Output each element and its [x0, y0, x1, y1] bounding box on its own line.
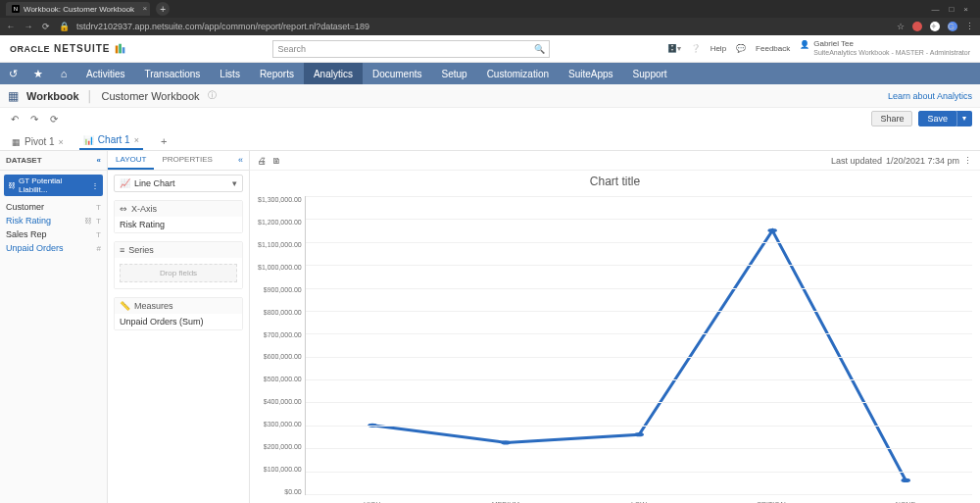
dataset-field-customer[interactable]: Customer T [0, 200, 107, 214]
redo-icon[interactable]: ↷ [27, 114, 41, 125]
save-dropdown-icon[interactable]: ▾ [956, 111, 972, 126]
measures-field-chip[interactable]: Unpaid Orders (Sum) [115, 314, 242, 329]
search-icon[interactable]: 🔍 [534, 44, 545, 54]
feedback-label[interactable]: Feedback [756, 44, 790, 53]
xaxis-section: ⇔ X-Axis Risk Rating [114, 200, 243, 233]
feedback-icon[interactable]: 💬 [736, 44, 746, 53]
measures-icon: 📏 [120, 301, 130, 311]
data-point[interactable] [767, 228, 777, 232]
window-close-icon[interactable]: × [963, 5, 968, 14]
chart-type-select[interactable]: 📈 Line Chart ▾ [114, 175, 243, 192]
url-bar-right: ☆ ✦ G ⋮ [897, 22, 974, 31]
share-button[interactable]: Share [871, 111, 912, 126]
extensions-icon[interactable]: ✦ [930, 22, 940, 31]
dataset-field-label: Risk Rating [6, 216, 51, 226]
app-root: ORACLE NETSUITE Search 🔍 🗄️▾ ❔ Help 💬 Fe… [0, 35, 980, 503]
properties-tab[interactable]: PROPERTIES [154, 151, 220, 170]
learn-analytics-link[interactable]: Learn about Analytics [888, 91, 972, 101]
nav-analytics[interactable]: Analytics [304, 63, 363, 84]
extension-icon-1[interactable] [912, 22, 922, 31]
user-role: SuiteAnalytics Workbook - MASTER - Admin… [813, 49, 970, 57]
url-text[interactable]: tstdrv2102937.app.netsuite.com/app/commo… [76, 22, 369, 31]
global-search-input[interactable]: Search 🔍 [272, 40, 550, 58]
nav-home-icon[interactable]: ⌂ [51, 63, 76, 84]
nav-star-icon[interactable]: ★ [25, 63, 51, 84]
dataset-field-risk-rating[interactable]: Risk Rating ⛓ T [0, 214, 107, 227]
close-tab-icon[interactable]: × [142, 4, 147, 13]
undo-icon[interactable]: ↶ [8, 114, 22, 125]
user-avatar-icon: 👤 [800, 40, 809, 49]
subtab-chart[interactable]: 📊 Chart 1 × [79, 131, 143, 150]
print-icon[interactable]: 🖨 [258, 156, 267, 166]
help-icon[interactable]: ❔ [691, 44, 701, 53]
chart-menu-icon[interactable]: ⋮ [963, 156, 972, 166]
nav-reports[interactable]: Reports [250, 63, 304, 84]
dataset-field-type: T [96, 203, 101, 212]
browser-tab[interactable]: N Workbook: Customer Workbook × [6, 2, 150, 16]
browser-menu-icon[interactable]: ⋮ [965, 22, 974, 31]
dataset-source-chip[interactable]: ⛓ GT Potential Liabilit... ⋮ [4, 175, 103, 196]
nav-setup[interactable]: Setup [432, 63, 477, 84]
browser-tab-title: Workbook: Customer Workbook [24, 5, 134, 14]
profile-avatar-icon[interactable]: G [948, 22, 957, 31]
close-pivot-tab-icon[interactable]: × [59, 137, 64, 147]
subtab-pivot[interactable]: ▦ Pivot 1 × [8, 133, 68, 150]
dataset-field-sales-rep[interactable]: Sales Rep T [0, 227, 107, 241]
refresh-icon[interactable]: ⟳ [47, 114, 61, 125]
window-maximize-icon[interactable]: □ [949, 5, 954, 14]
nav-lists[interactable]: Lists [210, 63, 250, 84]
nav-suiteapps[interactable]: SuiteApps [559, 63, 623, 84]
search-placeholder: Search [277, 44, 306, 54]
export-icon[interactable]: 🗎 [272, 156, 281, 166]
help-label[interactable]: Help [710, 44, 726, 53]
y-axis: $1,300,000.00$1,200,000.00$1,100,000.00$… [258, 196, 305, 495]
browser-tab-strip: N Workbook: Customer Workbook × + — □ × [0, 0, 980, 18]
nav-support[interactable]: Support [623, 63, 677, 84]
nav-customization[interactable]: Customization [477, 63, 559, 84]
nav-transactions[interactable]: Transactions [134, 63, 210, 84]
nav-reload-icon[interactable]: ⟳ [41, 22, 51, 31]
data-point[interactable] [501, 440, 511, 444]
nav-back-icon[interactable]: ← [6, 22, 16, 31]
nav-activities[interactable]: Activities [76, 63, 134, 84]
y-tick-label: $300,000.00 [258, 421, 302, 428]
nav-documents[interactable]: Documents [363, 63, 432, 84]
window-minimize-icon[interactable]: — [931, 5, 939, 14]
header-right: 🗄️▾ ❔ Help 💬 Feedback 👤 Gabriel Tee Suit… [667, 40, 970, 56]
y-tick-label: $200,000.00 [258, 443, 302, 450]
add-subtab-button[interactable]: + [155, 132, 172, 150]
pivot-icon: ▦ [12, 137, 21, 147]
new-tab-button[interactable]: + [156, 2, 170, 16]
y-tick-label: $700,000.00 [258, 331, 302, 338]
dataset-source-menu-icon[interactable]: ⋮ [91, 181, 99, 190]
workbook-section-label: Workbook [26, 90, 79, 102]
collapse-dataset-icon[interactable]: « [97, 156, 101, 165]
data-point[interactable] [901, 478, 910, 482]
logo-netsuite-text: NETSUITE [54, 43, 110, 54]
series-section: ≡ Series Drop fields [114, 241, 243, 289]
globe-icon[interactable]: 🗄️▾ [667, 44, 681, 53]
xaxis-field-chip[interactable]: Risk Rating [115, 217, 242, 232]
nav-forward-icon[interactable]: → [24, 22, 33, 31]
dataset-field-unpaid-orders[interactable]: Unpaid Orders # [0, 241, 107, 255]
chart-area: 🖨 🗎 Last updated 1/20/2021 7:34 pm ⋮ Cha… [250, 151, 980, 503]
series-header: ≡ Series [115, 242, 242, 258]
collapse-layout-icon[interactable]: « [232, 151, 249, 170]
bookmark-star-icon[interactable]: ☆ [897, 22, 905, 31]
info-icon[interactable]: ⓘ [208, 89, 217, 102]
nav-history-icon[interactable]: ↺ [0, 63, 25, 84]
gridline [306, 333, 972, 334]
dataset-panel-title: DATASET [6, 156, 42, 165]
logo-oracle-text: ORACLE [10, 44, 50, 54]
save-button[interactable]: Save [918, 111, 956, 126]
gridline [306, 196, 972, 197]
user-block[interactable]: 👤 Gabriel Tee SuiteAnalytics Workbook - … [800, 40, 970, 56]
y-tick-label: $1,000,000.00 [258, 264, 302, 271]
last-updated-value: 1/20/2021 7:34 pm [886, 156, 959, 166]
browser-url-bar: ← → ⟳ 🔒 tstdrv2102937.app.netsuite.com/a… [0, 18, 980, 35]
layout-tab[interactable]: LAYOUT [108, 151, 154, 170]
close-chart-tab-icon[interactable]: × [134, 135, 139, 145]
data-point[interactable] [634, 432, 644, 436]
gridline [306, 357, 972, 358]
series-drop-zone[interactable]: Drop fields [120, 264, 237, 282]
